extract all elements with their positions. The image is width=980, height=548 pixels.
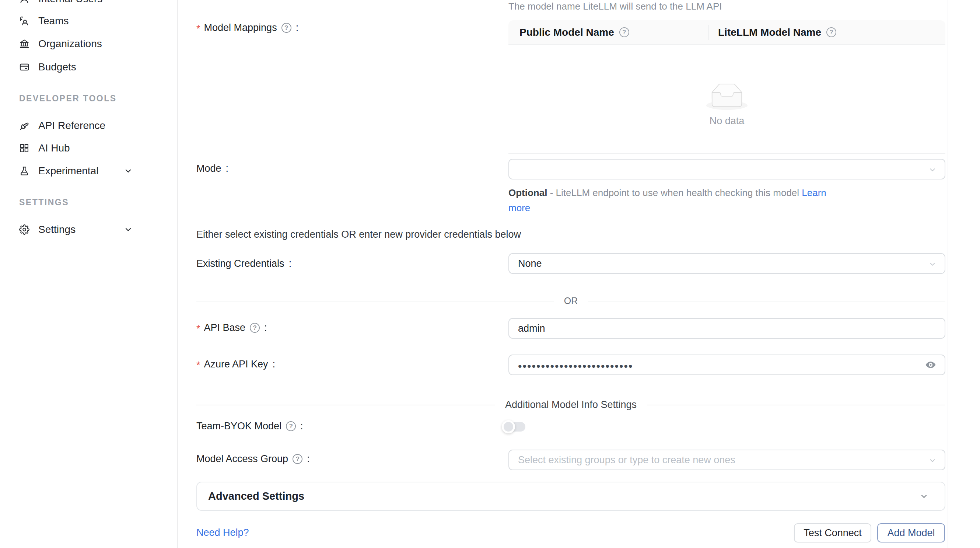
gear-icon xyxy=(19,225,29,235)
sidebar-item-organizations[interactable]: Organizations xyxy=(0,33,177,54)
sidebar-item-settings[interactable]: Settings xyxy=(0,219,177,240)
azure-api-key-label: * Azure API Key : xyxy=(196,358,275,370)
sidebar-item-label: Organizations xyxy=(38,38,102,50)
advanced-settings-panel[interactable]: Advanced Settings xyxy=(196,482,945,511)
sidebar-item-experimental[interactable]: Experimental xyxy=(0,161,177,181)
required-asterisk: * xyxy=(196,23,200,35)
sidebar-item-label: Internal Users xyxy=(38,0,102,5)
flask-icon xyxy=(19,166,29,176)
help-icon[interactable]: ? xyxy=(826,27,836,37)
mode-select[interactable] xyxy=(508,159,945,180)
sidebar-section-settings: SETTINGS xyxy=(19,198,69,207)
mode-helper-text: Optional - LiteLLM endpoint to use when … xyxy=(508,185,829,216)
additional-settings-divider: Additional Model Info Settings xyxy=(196,399,945,411)
required-asterisk: * xyxy=(196,323,200,335)
model-access-group-placeholder: Select existing groups or type to create… xyxy=(518,454,735,466)
azure-api-key-input[interactable]: ••••••••••••••••••••••••• xyxy=(508,355,945,375)
column-header-public-model-name: Public Model Name ? xyxy=(508,27,708,38)
sidebar-item-label: AI Hub xyxy=(38,142,70,154)
help-icon[interactable]: ? xyxy=(286,421,296,431)
test-connect-button[interactable]: Test Connect xyxy=(794,523,871,542)
chevron-down-icon xyxy=(928,165,937,173)
advanced-settings-title: Advanced Settings xyxy=(208,490,304,502)
masked-password-value: ••••••••••••••••••••••••• xyxy=(518,360,633,373)
need-help-link[interactable]: Need Help? xyxy=(196,527,249,538)
eye-icon[interactable] xyxy=(924,360,937,370)
credentials-note: Either select existing credentials OR en… xyxy=(196,229,521,240)
bank-icon xyxy=(19,39,29,49)
help-icon[interactable]: ? xyxy=(282,23,291,33)
model-name-helper-note: The model name LiteLLM will send to the … xyxy=(508,1,722,12)
sidebar-section-developer-tools: DEVELOPER TOOLS xyxy=(19,94,117,104)
api-base-input[interactable]: admin xyxy=(508,318,945,339)
chevron-down-icon xyxy=(920,492,928,501)
existing-credentials-value: None xyxy=(518,258,542,269)
content-right-edge xyxy=(948,0,948,548)
sidebar-item-label: API Reference xyxy=(38,120,105,132)
chevron-down-icon xyxy=(124,167,133,175)
add-model-button[interactable]: Add Model xyxy=(877,523,945,542)
sidebar: Internal Users Teams Organizations Budge… xyxy=(0,0,178,548)
sidebar-item-label: Teams xyxy=(38,15,68,27)
help-icon[interactable]: ? xyxy=(293,454,302,464)
sidebar-item-label: Experimental xyxy=(38,165,99,177)
chevron-down-icon xyxy=(124,225,133,234)
sidebar-item-label: Budgets xyxy=(38,61,76,73)
teams-icon xyxy=(19,16,29,26)
plug-icon xyxy=(19,121,29,131)
or-divider: OR xyxy=(196,296,945,306)
sidebar-item-ai-hub[interactable]: AI Hub xyxy=(0,138,177,158)
existing-credentials-label: Existing Credentials : xyxy=(196,258,291,269)
sidebar-item-budgets[interactable]: Budgets xyxy=(0,57,177,77)
team-byok-toggle[interactable] xyxy=(502,420,525,433)
help-icon[interactable]: ? xyxy=(250,323,260,333)
model-access-group-select[interactable]: Select existing groups or type to create… xyxy=(508,449,945,470)
sidebar-item-internal-users[interactable]: Internal Users xyxy=(0,0,177,9)
add-model-form: The model name LiteLLM will send to the … xyxy=(178,0,980,548)
empty-state-text: No data xyxy=(508,115,945,127)
toggle-knob xyxy=(502,420,515,433)
model-access-group-label: Model Access Group ? : xyxy=(196,453,310,465)
help-icon[interactable]: ? xyxy=(619,27,629,37)
grid-icon xyxy=(19,143,29,153)
model-mappings-table: Public Model Name ? LiteLLM Model Name ? xyxy=(508,20,945,154)
existing-credentials-select[interactable]: None xyxy=(508,253,945,274)
sidebar-item-label: Settings xyxy=(38,224,76,236)
column-header-litellm-model-name: LiteLLM Model Name ? xyxy=(709,27,836,38)
credit-card-icon xyxy=(19,62,29,72)
table-empty-state: No data xyxy=(508,65,945,127)
api-base-value: admin xyxy=(518,323,545,334)
table-header-row: Public Model Name ? LiteLLM Model Name ? xyxy=(508,20,945,45)
empty-inbox-icon xyxy=(706,83,748,112)
chevron-down-icon xyxy=(928,260,937,268)
user-icon xyxy=(19,0,29,4)
team-byok-label: Team-BYOK Model ? : xyxy=(196,421,303,432)
required-asterisk: * xyxy=(196,360,200,371)
sidebar-item-api-reference[interactable]: API Reference xyxy=(0,115,177,136)
model-mappings-label: * Model Mappings ? : xyxy=(196,22,298,33)
sidebar-item-teams[interactable]: Teams xyxy=(0,11,177,31)
api-base-label: * API Base ? : xyxy=(196,322,267,333)
chevron-down-icon xyxy=(928,456,937,464)
mode-label: Mode : xyxy=(196,163,228,174)
